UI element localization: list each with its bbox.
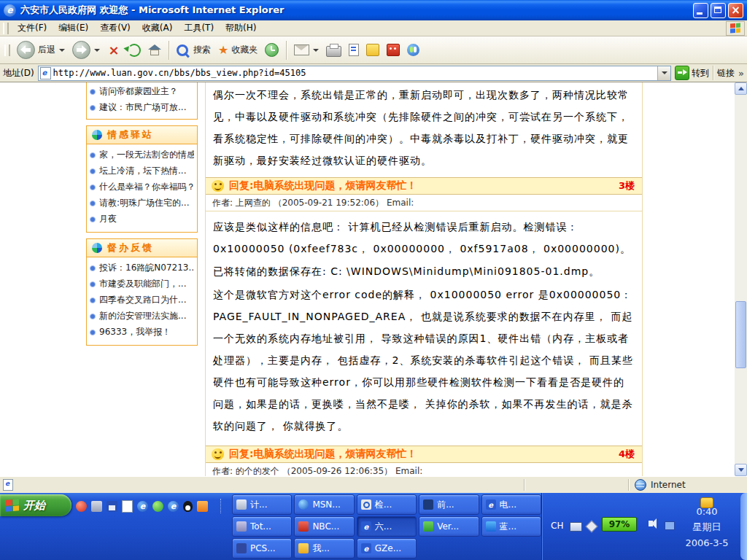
task-button[interactable]: MSN... — [294, 494, 354, 515]
clock[interactable]: 0:40 星期日 2006-3-5 — [676, 506, 738, 548]
go-button[interactable]: 转到 — [675, 66, 709, 80]
task-button[interactable]: PCS... — [232, 538, 292, 559]
menu-view[interactable]: 查看(V) — [94, 20, 136, 36]
sidebar-link[interactable]: 请问帝都蒙园业主？ — [90, 83, 194, 99]
sidebar-link[interactable]: 月夜 — [90, 211, 194, 227]
sidebar-link[interactable]: 坛上冷清，坛下热情... — [90, 163, 194, 179]
sidebar-link[interactable]: 新的治安管理法实施... — [90, 308, 194, 324]
print-button[interactable] — [322, 39, 345, 61]
edit-button[interactable] — [345, 39, 363, 61]
address-field — [38, 66, 671, 81]
task-label: 计... — [250, 499, 267, 511]
scroll-up-button[interactable] — [735, 82, 747, 95]
volume-icon[interactable] — [649, 521, 653, 526]
standard-toolbar: 后退 搜索 收藏夹 — [0, 36, 747, 64]
menu-file[interactable]: 文件(F) — [12, 20, 53, 36]
vertical-scrollbar[interactable] — [735, 82, 747, 476]
section-title: 督办反馈 — [107, 241, 154, 254]
stop-button[interactable] — [104, 39, 124, 61]
keyboard-icon[interactable] — [570, 522, 582, 532]
menu-tools[interactable]: 工具(T) — [178, 20, 220, 36]
forward-dropdown-icon[interactable] — [94, 49, 100, 52]
sidebar-link[interactable]: 建议：市民广场可放... — [90, 99, 194, 115]
ie-icon[interactable] — [168, 501, 179, 512]
document-icon[interactable] — [122, 500, 133, 513]
orange-app-icon[interactable] — [197, 501, 208, 512]
sidebar-link-label: 坛上冷清，坛下热情... — [99, 163, 186, 179]
refresh-icon — [128, 44, 141, 57]
mail-dropdown-icon[interactable] — [313, 49, 319, 52]
maximize-button[interactable] — [711, 3, 726, 18]
task-button[interactable]: 计... — [232, 494, 292, 515]
sidebar-link-label: 市建委及职能部门，... — [99, 276, 186, 292]
scroll-down-button[interactable] — [735, 464, 747, 476]
sidebar-link[interactable]: 市建委及职能部门，... — [90, 276, 194, 292]
sidebar-link[interactable]: 96333，我举报！ — [90, 324, 194, 340]
reply-header: 回复:电脑系统出现问题，烦请网友帮忙！ 4楼 — [206, 446, 642, 463]
menu-favorites[interactable]: 收藏(A) — [136, 20, 179, 36]
clock-weekday: 星期日 — [676, 521, 738, 534]
links-menu[interactable]: 链接 — [717, 67, 744, 79]
sidebar-link[interactable]: 请教:明珠广场住宅的... — [90, 195, 194, 211]
task-button[interactable]: GZe... — [357, 538, 417, 559]
battery-indicator[interactable]: 97% — [602, 517, 637, 532]
back-dropdown-icon[interactable] — [59, 49, 65, 52]
back-button[interactable]: 后退 — [13, 39, 69, 61]
reply-header: 回复:电脑系统出现问题，烦请网友帮忙！ 3楼 — [206, 177, 642, 195]
task-window-icon — [486, 499, 496, 510]
address-dropdown-button[interactable] — [657, 66, 670, 80]
favorites-button[interactable]: 收藏夹 — [214, 39, 261, 61]
qq-icon[interactable] — [183, 501, 193, 512]
security-zone-pane: Internet — [630, 479, 744, 491]
sidebar-link[interactable]: 投诉：16路皖N07213... — [90, 260, 194, 276]
reply-title: 回复:电脑系统出现问题，烦请网友帮忙！ — [229, 448, 614, 461]
scrollbar-thumb[interactable] — [735, 301, 746, 368]
menu-help[interactable]: 帮助(H) — [220, 20, 262, 36]
floor-badge: 3楼 — [619, 179, 635, 192]
green-orb-icon[interactable] — [152, 501, 163, 512]
sidebar-link[interactable]: 家，一段无法割舍的情感 — [90, 147, 194, 163]
sidebar-link[interactable]: 什么是幸福？你幸福吗？ — [90, 179, 194, 195]
search-icon — [177, 44, 188, 56]
task-window-icon — [298, 499, 309, 510]
windows-flag-icon — [730, 23, 740, 34]
messenger-button[interactable] — [403, 39, 423, 61]
bbs-page: 请问帝都蒙园业主？ 建议：市民广场可放... 情感驿站 家，一段无法割舍的情感 … — [0, 82, 735, 476]
task-button[interactable]: 前... — [419, 494, 479, 515]
address-input[interactable] — [53, 67, 657, 79]
task-label: GZe... — [375, 543, 401, 553]
history-button[interactable] — [261, 39, 282, 61]
ime-icon[interactable] — [586, 521, 598, 533]
media-player-icon[interactable] — [76, 501, 87, 512]
links-label: 链接 — [717, 67, 735, 79]
notes-app-button[interactable] — [363, 39, 383, 61]
task-button[interactable]: 我... — [294, 538, 354, 559]
close-button[interactable] — [728, 3, 743, 18]
start-button[interactable]: 开始 — [0, 494, 71, 516]
reply-paragraph: 应该是类似这样的信息吧： 计算机已经从检测错误后重新启动。检测错误： 0x100… — [213, 216, 635, 281]
home-button[interactable] — [144, 39, 165, 61]
network-icon[interactable] — [665, 521, 675, 530]
search-button[interactable]: 搜索 — [173, 39, 214, 61]
refresh-button[interactable] — [124, 39, 144, 61]
mail-button[interactable] — [290, 39, 322, 61]
task-button[interactable]: NBC... — [294, 516, 354, 537]
menu-bar: 文件(F) 编辑(E) 查看(V) 收藏(A) 工具(T) 帮助(H) — [0, 20, 747, 36]
task-button[interactable]: 检... — [357, 494, 417, 515]
toolbar-grip — [3, 23, 9, 34]
my-computer-icon[interactable] — [107, 501, 117, 512]
task-button[interactable]: 电... — [481, 494, 541, 515]
red-app-button[interactable] — [383, 39, 403, 61]
task-button-active[interactable]: 六... — [357, 516, 417, 537]
task-button[interactable]: Tot... — [232, 516, 292, 537]
task-button[interactable]: 蓝... — [481, 516, 541, 537]
sidebar-link[interactable]: 四季春交叉路口为什... — [90, 292, 194, 308]
ie-icon[interactable] — [137, 501, 148, 512]
task-button[interactable]: Ver... — [419, 516, 479, 537]
forward-button[interactable] — [69, 39, 104, 61]
input-language-indicator[interactable]: CH — [551, 521, 563, 531]
app-shortcut-icon[interactable] — [91, 501, 102, 512]
menu-edit[interactable]: 编辑(E) — [53, 20, 94, 36]
bullet-icon — [90, 265, 96, 271]
minimize-button[interactable] — [693, 3, 708, 18]
